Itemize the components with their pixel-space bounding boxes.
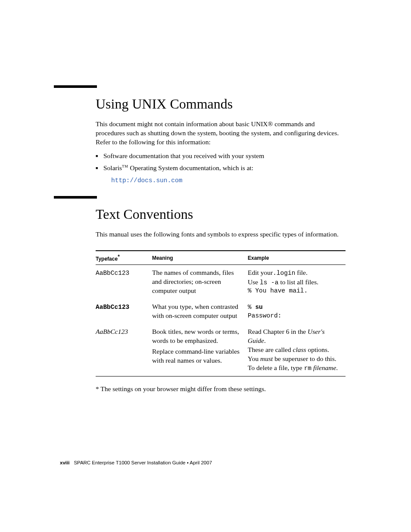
footer-title: SPARC Enterprise T1000 Server Installati… [74, 460, 212, 465]
heading-text-conventions: Text Conventions [96, 206, 346, 222]
docs-link[interactable]: http://docs.sun.com [111, 177, 182, 184]
meaning-cell: Book titles, new words or terms, words t… [152, 324, 248, 376]
typeface-sample: AaBbCc123 [96, 265, 152, 299]
page: Using UNIX Commands This document might … [0, 0, 411, 532]
example-cell: Edit your.login file. Use ls -a to list … [248, 265, 346, 299]
col-header-meaning: Meaning [152, 251, 248, 265]
trademark-symbol: TM [122, 164, 128, 168]
table-row: AaBbCc123 What you type, when contrasted… [96, 299, 346, 324]
example-cell: % su Password: [248, 299, 346, 324]
page-number: xviii [60, 460, 69, 465]
meaning-cell: The names of commands, files and directo… [152, 265, 248, 299]
intro-paragraph: This manual uses the following fonts and… [96, 230, 346, 239]
table-header-row: Typeface* Meaning Example [96, 251, 346, 265]
table-row: AaBbCc123 Book titles, new words or term… [96, 324, 346, 376]
heading-using-unix: Using UNIX Commands [96, 96, 346, 112]
col-header-example: Example [248, 251, 346, 265]
list-item: Software documentation that you received… [96, 151, 346, 161]
typeface-sample: AaBbCc123 [96, 324, 152, 376]
page-footer: xviiiSPARC Enterprise T1000 Server Insta… [60, 460, 212, 465]
col-header-typeface: Typeface* [96, 251, 152, 265]
table-footnote: * The settings on your browser might dif… [96, 385, 346, 393]
conventions-table: Typeface* Meaning Example AaBbCc123 The … [96, 250, 346, 376]
list-item: SolarisTM Operating System documentation… [96, 163, 346, 185]
section-text-conventions: Text Conventions This manual uses the fo… [96, 206, 346, 400]
typeface-sample: AaBbCc123 [96, 299, 152, 324]
table-row: AaBbCc123 The names of commands, files a… [96, 265, 346, 299]
text: Operating System documentation, which is… [128, 164, 254, 171]
meaning-cell: What you type, when contrasted with on-s… [152, 299, 248, 324]
example-cell: Read Chapter 6 in the User's Guide. Thes… [248, 324, 346, 376]
text: Solaris [103, 164, 122, 171]
intro-paragraph: This document might not contain informat… [96, 120, 346, 147]
link-line: http://docs.sun.com [111, 175, 346, 185]
section-using-unix: Using UNIX Commands This document might … [96, 96, 346, 187]
bullet-list: Software documentation that you received… [96, 151, 346, 185]
section-rule [54, 85, 97, 88]
section-rule [54, 196, 97, 199]
